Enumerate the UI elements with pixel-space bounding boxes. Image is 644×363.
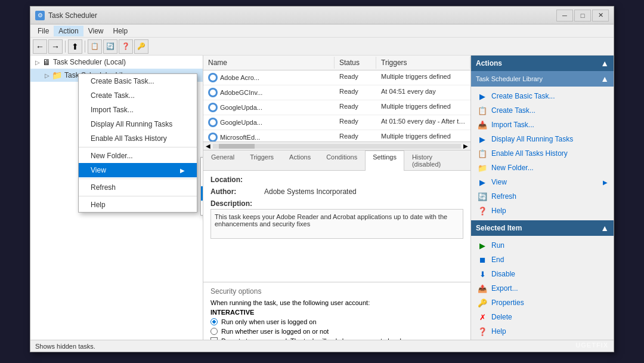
- tab-settings[interactable]: Settings: [365, 150, 404, 171]
- ctx-create-task[interactable]: Create Task...: [79, 88, 197, 103]
- td-status-4: Ready: [335, 116, 376, 128]
- right-refresh-label: Refresh: [491, 192, 516, 201]
- ctx-refresh[interactable]: Refresh: [79, 180, 197, 195]
- right-end[interactable]: ⏹ End: [471, 253, 614, 267]
- th-name[interactable]: Name: [203, 57, 335, 69]
- right-disable-label: Disable: [491, 270, 515, 278]
- properties-icon: 🔑: [477, 297, 488, 308]
- th-triggers[interactable]: Triggers: [376, 57, 470, 69]
- right-new-folder-label: New Folder...: [491, 164, 534, 172]
- right-create-basic[interactable]: ▶ Create Basic Task...: [471, 89, 614, 103]
- ctx-create-basic[interactable]: Create Basic Task...: [79, 74, 197, 88]
- new-folder-icon: 📁: [477, 162, 488, 173]
- td-name-1: Adobe Acro...: [203, 72, 335, 84]
- right-selected-title: Selected Item: [476, 224, 522, 232]
- right-library-header[interactable]: Task Scheduler Library ▲: [471, 71, 614, 87]
- menu-file[interactable]: File: [33, 26, 54, 36]
- right-refresh[interactable]: 🔄 Refresh: [471, 189, 614, 204]
- back-button[interactable]: ←: [33, 39, 47, 54]
- detail-desc-value: This task keeps your Adobe Reader and Ac…: [210, 209, 463, 239]
- hscroll-thumb[interactable]: [219, 144, 255, 149]
- radio-icon-1: [210, 318, 218, 325]
- task-icon-4: [208, 118, 218, 127]
- scroll-right[interactable]: ▶: [462, 143, 469, 149]
- right-help[interactable]: ❓ Help: [471, 204, 614, 218]
- sub-customize[interactable]: Customize...: [201, 201, 203, 215]
- enable-history-icon: 📋: [477, 148, 488, 159]
- right-new-folder[interactable]: 📁 New Folder...: [471, 161, 614, 175]
- menu-view[interactable]: View: [83, 26, 109, 36]
- library-collapse-btn[interactable]: ▲: [600, 74, 609, 84]
- ctx-view[interactable]: View ▶: [79, 163, 197, 177]
- clipboard-button[interactable]: 📋: [88, 39, 102, 54]
- right-disable[interactable]: ⬇ Disable: [471, 267, 614, 281]
- right-selected-header[interactable]: Selected Item ▲: [471, 220, 614, 236]
- security-account-label: When running the task, use the following…: [210, 299, 463, 306]
- ctx-enable-history[interactable]: Enable All Tasks History: [79, 131, 197, 146]
- detail-location-label: Location:: [210, 176, 264, 184]
- td-status-3: Ready: [335, 101, 376, 113]
- table-row[interactable]: AdobeGCInv... Ready At 04:51 every day: [203, 85, 470, 100]
- tab-triggers[interactable]: Triggers: [242, 150, 281, 170]
- horizontal-scrollbar[interactable]: ◀ ▶: [203, 142, 470, 150]
- app-icon: ⚙: [35, 11, 45, 20]
- up-button[interactable]: ⬆: [68, 39, 82, 54]
- main-content: ▷ 🖥 Task Scheduler (Local) ▷ 📁 Task Sche…: [30, 56, 614, 352]
- task-icon-5: [208, 133, 218, 142]
- help-toolbar-button[interactable]: ❓: [119, 39, 133, 54]
- minimize-button[interactable]: ─: [556, 10, 573, 21]
- td-name-3: GoogleUpda...: [203, 101, 335, 113]
- maximize-button[interactable]: □: [574, 10, 591, 21]
- tree-root[interactable]: ▷ 🖥 Task Scheduler (Local): [30, 56, 203, 69]
- scroll-left[interactable]: ◀: [205, 143, 212, 149]
- view-icon: ▶: [477, 177, 488, 187]
- key-toolbar-button[interactable]: 🔑: [134, 39, 148, 54]
- tab-actions[interactable]: Actions: [281, 150, 318, 170]
- radio-whether-logged[interactable]: Run whether user is logged on or not: [210, 328, 463, 335]
- tab-history[interactable]: History (disabled): [404, 150, 470, 170]
- window-controls: ─ □ ✕: [556, 10, 609, 21]
- selected-collapse-btn[interactable]: ▲: [600, 223, 609, 233]
- th-status[interactable]: Status: [335, 57, 376, 69]
- right-view-label: View: [491, 178, 507, 186]
- right-help-item[interactable]: ❓ Help: [471, 324, 614, 339]
- right-view[interactable]: ▶ View ▶: [471, 175, 614, 189]
- td-triggers-4: At 01:50 every day - After triggered, re…: [376, 116, 470, 128]
- right-properties[interactable]: 🔑 Properties: [471, 296, 614, 310]
- ctx-help[interactable]: Help: [79, 198, 197, 212]
- tab-general[interactable]: General: [203, 150, 242, 170]
- forward-button[interactable]: →: [48, 39, 63, 54]
- radio-logged-on[interactable]: Run only when user is logged on: [210, 318, 463, 325]
- sub-add-remove-cols[interactable]: Add/Remove Columns...: [201, 158, 203, 172]
- right-enable-history[interactable]: 📋 Enable All Tasks History: [471, 146, 614, 161]
- right-import-task[interactable]: 📥 Import Task...: [471, 118, 614, 132]
- menu-help[interactable]: Help: [109, 26, 133, 36]
- sub-show-preview[interactable]: ✓ Show Preview Pane: [201, 172, 203, 186]
- right-create-task[interactable]: 📋 Create Task...: [471, 103, 614, 118]
- view-submenu: Add/Remove Columns... ✓ Show Preview Pan…: [200, 157, 203, 216]
- right-delete[interactable]: ✗ Delete: [471, 310, 614, 324]
- help-icon: ❓: [477, 205, 488, 216]
- table-row[interactable]: GoogleUpda... Ready At 01:50 every day -…: [203, 115, 470, 130]
- actions-collapse-btn[interactable]: ▲: [600, 59, 609, 68]
- menu-action[interactable]: Action: [54, 26, 83, 36]
- watermark: UGETFIX: [575, 342, 608, 349]
- ctx-display-running[interactable]: Display All Running Tasks: [79, 117, 197, 131]
- right-export[interactable]: 📤 Export...: [471, 281, 614, 296]
- refresh-icon: 🔄: [477, 191, 488, 202]
- sub-show-hidden[interactable]: ✓ Show Hidden Tasks: [201, 186, 203, 201]
- close-button[interactable]: ✕: [592, 10, 609, 21]
- right-run[interactable]: ▶ Run: [471, 238, 614, 253]
- ctx-new-folder[interactable]: New Folder...: [79, 149, 197, 163]
- ctx-import-task[interactable]: Import Task...: [79, 103, 197, 117]
- right-actions-header[interactable]: Actions ▲: [471, 56, 614, 71]
- import-task-icon: 📥: [477, 119, 488, 130]
- refresh-toolbar-button[interactable]: 🔄: [103, 39, 117, 54]
- right-run-label: Run: [491, 241, 504, 250]
- table-row[interactable]: MicrosoftEd... Ready Multiple triggers d…: [203, 130, 470, 142]
- tab-conditions[interactable]: Conditions: [318, 150, 365, 170]
- table-row[interactable]: Adobe Acro... Ready Multiple triggers de…: [203, 70, 470, 85]
- tree-arrow-library: ▷: [45, 72, 49, 79]
- table-row[interactable]: GoogleUpda... Ready Multiple triggers de…: [203, 100, 470, 115]
- right-display-running[interactable]: ▶ Display All Running Tasks: [471, 132, 614, 146]
